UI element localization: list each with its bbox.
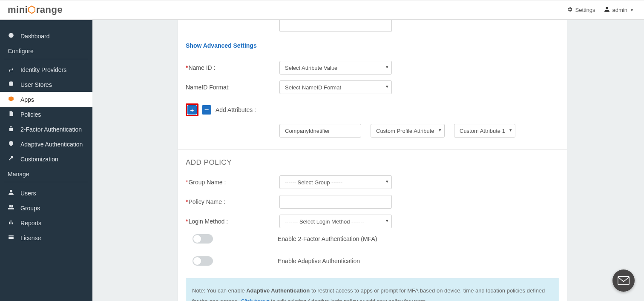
gear-icon [567, 6, 573, 14]
policy-name-input[interactable] [279, 195, 392, 209]
content-area: Single Logout URL: Show Advanced Setting… [92, 20, 644, 301]
sidebar-item-adaptive[interactable]: Adaptive Authentication [0, 137, 92, 152]
remove-attribute-button[interactable]: − [202, 105, 211, 115]
sidebar-item-label: License [20, 235, 41, 241]
group-name-label: *Group Name : [186, 179, 279, 186]
wrench-icon [8, 155, 14, 163]
lock-icon [8, 126, 14, 133]
sidebar-item-label: Customization [20, 156, 58, 163]
sidebar-item-label: Users [20, 190, 36, 197]
envelope-icon [617, 276, 630, 285]
settings-link[interactable]: Settings [564, 4, 599, 16]
swap-icon: ⇄ [8, 66, 14, 73]
sidebar-item-label: User Stores [20, 81, 52, 88]
sidebar-item-label: Apps [20, 96, 34, 103]
nameid-select[interactable]: Select Attribute Value [279, 61, 392, 75]
nameid-format-select[interactable]: Select NameID Format [279, 80, 392, 94]
settings-label: Settings [575, 7, 595, 13]
add-policy-heading: ADD POLICY [186, 158, 559, 167]
slo-url-input[interactable] [279, 20, 392, 32]
group-select[interactable]: ------ Select Group ------ [279, 175, 392, 189]
login-method-select[interactable]: ------- Select Login Method ------- [279, 215, 392, 228]
sidebar-item-users[interactable]: Users [0, 186, 92, 201]
box-icon [8, 96, 14, 103]
sidebar-item-label: 2-Factor Authentication [20, 126, 82, 133]
mfa-toggle-label: Enable 2-Factor Authentication (MFA) [278, 235, 377, 242]
policy-name-label: *Policy Name : [186, 198, 279, 205]
user-icon [8, 189, 14, 197]
login-method-label: *Login Method : [186, 218, 279, 225]
sidebar-item-label: Policies [20, 111, 41, 118]
note-box: Note: You can enable Adaptive Authentica… [186, 278, 559, 301]
nameid-format-label: NameID Format: [186, 84, 279, 91]
config-panel: Single Logout URL: Show Advanced Setting… [178, 20, 567, 301]
sidebar: Dashboard Configure ⇄ Identity Providers… [0, 20, 92, 301]
add-attribute-highlight: + [186, 103, 198, 116]
chat-button[interactable] [612, 269, 635, 292]
sidebar-item-apps[interactable]: Apps [0, 92, 92, 107]
user-icon [604, 6, 610, 14]
top-bar: mini⬡range Settings admin ▾ [0, 0, 644, 20]
show-advanced-settings-link[interactable]: Show Advanced Settings [186, 42, 257, 49]
adaptive-toggle[interactable] [193, 256, 213, 266]
sidebar-item-label: Identity Providers [20, 66, 66, 73]
sidebar-section-manage: Manage [0, 166, 92, 178]
sidebar-item-label: Dashboard [20, 33, 50, 40]
logo: mini⬡range [8, 4, 63, 15]
attribute-type-select[interactable]: Custom Profile Attribute [371, 124, 445, 138]
users-icon [8, 204, 14, 212]
sidebar-item-dashboard[interactable]: Dashboard [0, 29, 92, 43]
mfa-toggle[interactable] [193, 234, 213, 244]
add-attributes-label: Add Attributes : [216, 106, 256, 113]
attribute-value-select[interactable]: Custom Attribute 1 [454, 124, 515, 138]
sidebar-item-customization[interactable]: Customization [0, 152, 92, 166]
sidebar-item-license[interactable]: License [0, 230, 92, 245]
sidebar-item-label: Reports [20, 220, 41, 226]
attribute-name-input[interactable] [279, 124, 361, 138]
sidebar-item-label: Groups [20, 205, 40, 212]
sidebar-section-configure: Configure [0, 43, 92, 55]
sidebar-item-label: Adaptive Authentication [20, 141, 83, 148]
sidebar-item-2fa[interactable]: 2-Factor Authentication [0, 122, 92, 137]
svg-rect-1 [618, 276, 629, 284]
sidebar-item-groups[interactable]: Groups [0, 201, 92, 215]
chart-icon [8, 219, 14, 226]
chevron-down-icon: ▾ [631, 8, 633, 12]
database-icon [8, 81, 14, 88]
sidebar-item-identity-providers[interactable]: ⇄ Identity Providers [0, 63, 92, 77]
user-label: admin [612, 7, 627, 13]
adaptive-toggle-label: Enable Adaptive Authentication [278, 258, 360, 264]
file-icon [8, 111, 14, 118]
nameid-label: *Name ID : [186, 64, 279, 71]
sidebar-item-user-stores[interactable]: User Stores [0, 77, 92, 92]
card-icon [8, 234, 14, 241]
click-here-link[interactable]: Click here⧉ [240, 298, 269, 301]
add-attribute-button[interactable]: + [187, 105, 197, 115]
sidebar-item-reports[interactable]: Reports [0, 215, 92, 230]
user-menu[interactable]: admin ▾ [601, 4, 636, 16]
sidebar-item-policies[interactable]: Policies [0, 107, 92, 122]
dashboard-icon [8, 32, 14, 40]
shield-icon [8, 140, 14, 148]
